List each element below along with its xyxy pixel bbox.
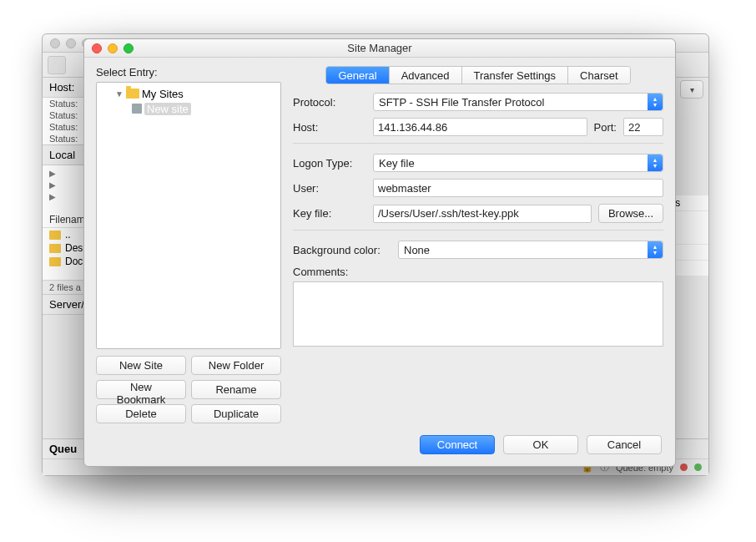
host-label: Host: — [293, 121, 366, 134]
dialog-title: Site Manager — [84, 42, 675, 54]
folder-icon — [49, 244, 61, 253]
remote-path-dropdown[interactable] — [680, 80, 703, 99]
tab-advanced[interactable]: Advanced — [390, 67, 462, 84]
tab-transfer-settings[interactable]: Transfer Settings — [462, 67, 569, 84]
disclosure-triangle-icon[interactable]: ▼ — [115, 89, 123, 99]
background-color-select[interactable]: None — [398, 241, 663, 259]
site-manager-dialog: Site Manager Select Entry: ▼ My Sites Ne… — [83, 38, 676, 467]
site-tree[interactable]: ▼ My Sites New site — [96, 82, 281, 349]
logon-type-value: Key file — [379, 157, 415, 170]
chevron-updown-icon — [648, 241, 663, 258]
status-dot-green — [694, 463, 702, 471]
logon-type-label: Logon Type: — [293, 157, 366, 170]
ok-button[interactable]: OK — [503, 435, 578, 454]
separator — [293, 230, 663, 230]
new-site-button[interactable]: New Site — [96, 356, 186, 375]
user-label: User: — [293, 182, 366, 195]
browse-button[interactable]: Browse... — [598, 204, 663, 223]
connect-button[interactable]: Connect — [420, 435, 495, 454]
background-color-label: Background color: — [293, 244, 391, 256]
new-bookmark-button[interactable]: New Bookmark — [96, 380, 186, 399]
tab-charset[interactable]: Charset — [568, 67, 630, 84]
background-color-value: None — [404, 244, 430, 256]
separator — [293, 143, 663, 144]
rename-button[interactable]: Rename — [191, 380, 281, 399]
queue-tab[interactable]: Queu — [49, 443, 77, 455]
folder-icon — [49, 230, 61, 240]
tree-root[interactable]: ▼ My Sites — [98, 86, 279, 101]
dialog-footer: Connect OK Cancel — [84, 427, 675, 466]
folder-icon — [126, 89, 139, 99]
toolbar-icon[interactable] — [48, 56, 66, 74]
tree-site-label: New site — [144, 103, 191, 115]
chevron-updown-icon — [648, 94, 663, 110]
duplicate-button[interactable]: Duplicate — [191, 404, 281, 423]
delete-button[interactable]: Delete — [96, 404, 186, 423]
key-file-input[interactable] — [373, 205, 592, 223]
protocol-select[interactable]: SFTP - SSH File Transfer Protocol — [373, 93, 663, 111]
key-file-label: Key file: — [293, 207, 366, 220]
server-icon — [132, 104, 142, 114]
logon-type-select[interactable]: Key file — [373, 154, 663, 172]
host-input[interactable] — [373, 118, 587, 136]
chevron-updown-icon — [648, 154, 663, 171]
cancel-button[interactable]: Cancel — [587, 435, 662, 454]
folder-icon — [49, 257, 61, 266]
port-label: Port: — [594, 121, 617, 134]
user-input[interactable] — [373, 179, 663, 197]
tree-site-item[interactable]: New site — [98, 101, 279, 116]
tree-root-label: My Sites — [142, 88, 184, 100]
tab-general[interactable]: General — [326, 67, 389, 84]
protocol-value: SFTP - SSH File Transfer Protocol — [379, 96, 544, 109]
status-dot-red — [680, 463, 688, 471]
dialog-titlebar: Site Manager — [84, 39, 675, 58]
host-label: Host: — [49, 81, 74, 94]
comments-textarea[interactable] — [293, 281, 663, 347]
select-entry-label: Select Entry: — [96, 66, 281, 79]
protocol-label: Protocol: — [293, 96, 366, 109]
new-folder-button[interactable]: New Folder — [191, 356, 281, 375]
comments-label: Comments: — [293, 266, 663, 278]
settings-tabs: General Advanced Transfer Settings Chars… — [293, 66, 663, 84]
port-input[interactable] — [623, 118, 663, 136]
